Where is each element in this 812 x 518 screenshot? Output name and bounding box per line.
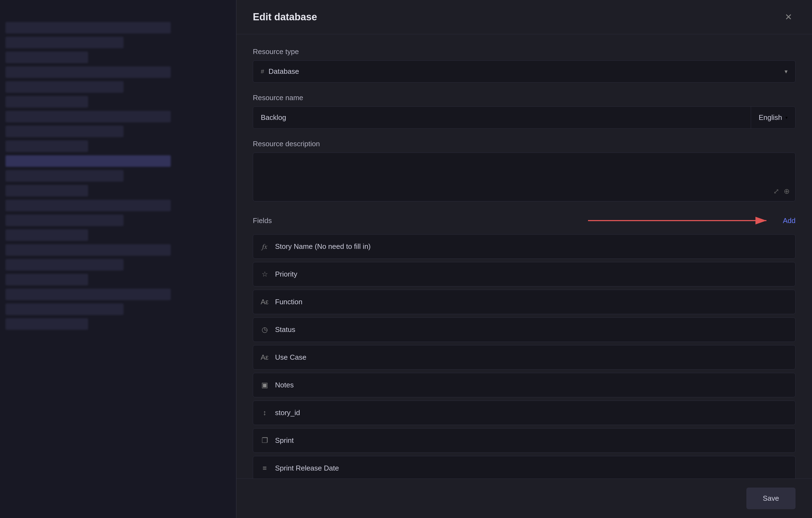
language-value: English (759, 113, 782, 122)
notes-icon: ▣ (260, 381, 269, 389)
formula-icon: 𝑓𝑥 (260, 242, 269, 251)
text-icon-2: Aε (260, 353, 269, 362)
background-content (0, 0, 236, 518)
field-name-sprint: Sprint (275, 436, 294, 445)
field-item-status[interactable]: ◷ Status (253, 317, 795, 342)
number-icon: ↕ (260, 408, 269, 417)
panel-body: Resource type # Database ▾ Resource name… (236, 34, 812, 479)
close-button[interactable]: ✕ (781, 10, 795, 24)
field-item-story-name[interactable]: 𝑓𝑥 Story Name (No need to fill in) (253, 234, 795, 259)
resource-name-input[interactable] (253, 107, 751, 128)
field-item-priority[interactable]: ☆ Priority (253, 262, 795, 286)
field-name-notes: Notes (275, 381, 294, 389)
resource-type-label: Resource type (253, 48, 795, 56)
field-item-use-case[interactable]: Aε Use Case (253, 345, 795, 370)
arrow-svg (582, 212, 775, 229)
resource-name-row: English ▾ (253, 106, 795, 129)
resource-type-dropdown[interactable]: # Database ▾ (253, 60, 795, 83)
field-item-sprint[interactable]: ❐ Sprint (253, 428, 795, 453)
add-field-button[interactable]: Add (783, 216, 795, 225)
star-icon: ☆ (260, 270, 269, 278)
resource-description-label: Resource description (253, 140, 795, 148)
globe-icon[interactable]: ⊕ (784, 187, 790, 195)
panel-footer: Save (236, 479, 812, 518)
save-button[interactable]: Save (746, 488, 795, 509)
resource-name-section: Resource name English ▾ (253, 94, 795, 129)
field-name-story-id: story_id (275, 408, 300, 417)
list-icon: ≡ (260, 464, 269, 473)
panel-title: Edit database (253, 11, 317, 23)
resource-type-value: Database (268, 67, 299, 76)
arrow-annotation (272, 212, 783, 229)
field-item-function[interactable]: Aε Function (253, 290, 795, 314)
resource-name-label: Resource name (253, 94, 795, 102)
sprint-icon: ❐ (260, 436, 269, 445)
field-name-priority: Priority (275, 270, 297, 278)
fields-label: Fields (253, 216, 272, 225)
edit-database-panel: Edit database ✕ Resource type # Database… (236, 0, 812, 518)
field-name-use-case: Use Case (275, 353, 306, 362)
field-item-story-id[interactable]: ↕ story_id (253, 401, 795, 425)
field-name-sprint-release-date: Sprint Release Date (275, 464, 339, 473)
expand-icon[interactable]: ⤢ (773, 187, 779, 195)
fields-header-row: Fields Add (253, 212, 795, 229)
lang-chevron-icon: ▾ (785, 115, 788, 120)
resource-type-left: # Database (261, 67, 299, 76)
field-item-sprint-release-date[interactable]: ≡ Sprint Release Date (253, 456, 795, 479)
panel-header: Edit database ✕ (236, 0, 812, 34)
description-icons: ⤢ ⊕ (773, 187, 790, 195)
field-name-status: Status (275, 326, 295, 334)
text-icon: Aε (260, 298, 269, 306)
resource-description-area: ⤢ ⊕ (253, 153, 795, 202)
field-name-function: Function (275, 298, 302, 306)
clock-icon: ◷ (260, 326, 269, 334)
resource-type-section: Resource type # Database ▾ (253, 48, 795, 83)
fields-list: 𝑓𝑥 Story Name (No need to fill in) ☆ Pri… (253, 234, 795, 479)
fields-section: Fields Add 𝑓 (253, 212, 795, 479)
language-selector[interactable]: English ▾ (751, 107, 795, 128)
field-name-story-name: Story Name (No need to fill in) (275, 242, 371, 251)
field-item-notes[interactable]: ▣ Notes (253, 373, 795, 397)
chevron-down-icon: ▾ (785, 68, 788, 75)
resource-description-section: Resource description ⤢ ⊕ (253, 140, 795, 202)
database-icon: # (261, 68, 264, 75)
resource-description-input[interactable] (261, 159, 788, 193)
